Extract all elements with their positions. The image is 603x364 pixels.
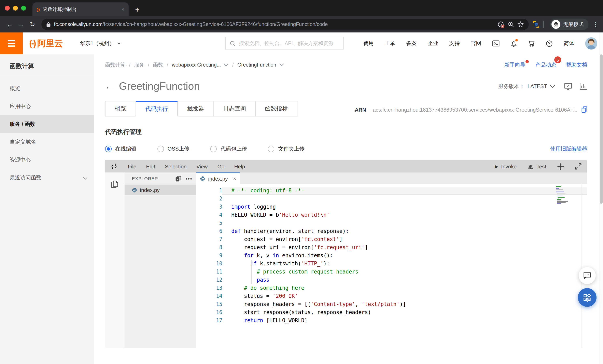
browser-tab[interactable]: (-) 函数计算控制台 × [33, 2, 129, 16]
sidebar-item-recent-functions[interactable]: 最近访问函数 [0, 169, 94, 187]
tab-metrics[interactable]: 函数指标 [255, 101, 297, 117]
menu-view[interactable]: View [197, 163, 208, 169]
invoke-button[interactable]: ▶ Invoke [495, 163, 517, 169]
code-line[interactable]: 2 [197, 195, 587, 203]
move-icon[interactable] [557, 163, 564, 170]
minimize-window-button[interactable] [13, 6, 18, 11]
breadcrumb-service-name[interactable]: webapixxx-Greeting... [172, 62, 221, 68]
code-line[interactable]: 6def handler(environ, start_response): [197, 227, 587, 235]
breadcrumb-service[interactable]: 服务 [134, 61, 144, 68]
radio-selected-icon[interactable] [105, 146, 112, 152]
bar-chart-icon[interactable] [580, 82, 587, 90]
code-line[interactable]: 17 return [HELLO_WORLD] [197, 317, 587, 325]
copy-icon[interactable] [581, 106, 587, 113]
aliyun-logo[interactable]: (-) 阿里云 [29, 38, 63, 49]
menu-help[interactable]: Help [234, 163, 245, 169]
extension-icon[interactable]: R [532, 20, 540, 28]
more-icon[interactable]: ••• [186, 176, 192, 181]
cloudshell-icon[interactable] [492, 40, 499, 47]
chevron-down-icon[interactable] [224, 63, 229, 67]
help-docs-link[interactable]: 帮助文档 [566, 61, 587, 69]
option-package-upload[interactable]: 代码包上传 [210, 145, 247, 153]
breadcrumb-function[interactable]: 函数 [153, 61, 163, 68]
code-line[interactable]: 8 request_uri = environ['fc.request_uri'… [197, 244, 587, 252]
reload-icon[interactable]: ↻ [27, 21, 38, 28]
file-item-indexpy[interactable]: index.py [125, 185, 197, 195]
monitor-check-icon[interactable] [564, 82, 572, 90]
tab-code[interactable]: 代码执行 [136, 101, 178, 117]
radio-icon[interactable] [210, 146, 217, 152]
beginner-guide-link[interactable]: 新手向导 [504, 61, 525, 69]
code-line[interactable]: 10 if k.startswith('HTTP_'): [197, 260, 587, 268]
sidebar-item-overview[interactable]: 概览 [0, 80, 94, 97]
menu-edit[interactable]: Edit [146, 163, 155, 169]
cart-icon[interactable] [528, 40, 535, 47]
app-launcher-button[interactable] [578, 288, 596, 307]
back-icon[interactable]: ← [4, 21, 15, 28]
collapse-folders-icon[interactable] [175, 176, 182, 182]
code-area[interactable]: 1# -*- coding: utf-8 -*-23import logging… [197, 184, 587, 348]
sidebar-item-services-functions[interactable]: 服务 / 函数 [0, 115, 94, 133]
menu-selection[interactable]: Selection [165, 163, 187, 169]
menu-go[interactable]: Go [218, 163, 225, 169]
nav-enterprise[interactable]: 企业 [428, 40, 438, 47]
breadcrumb-function-name[interactable]: GreetingFunction [237, 62, 276, 68]
close-tab-icon[interactable]: × [233, 176, 236, 182]
service-version-selector[interactable]: 服务版本： LATEST [498, 82, 555, 90]
code-line[interactable]: 9 for k, v in environ.items(): [197, 252, 587, 260]
code-line[interactable]: 12 pass [197, 276, 587, 284]
code-line[interactable]: 7 context = environ['fc.context'] [197, 235, 587, 244]
minimap[interactable] [556, 186, 580, 204]
test-button[interactable]: Test [528, 163, 546, 169]
code-line[interactable]: 11 # process custom request headers [197, 268, 587, 276]
code-line[interactable]: 15 response_headers = [('Content-type', … [197, 300, 587, 308]
nav-support[interactable]: 支持 [449, 40, 460, 47]
nav-tickets[interactable]: 工单 [385, 40, 395, 47]
menu-file[interactable]: File [128, 163, 136, 169]
files-icon[interactable] [110, 179, 119, 189]
tab-overview[interactable]: 概览 [105, 101, 136, 117]
maximize-window-button[interactable] [21, 6, 26, 11]
scrollbar-thumb[interactable] [600, 54, 603, 204]
editor-tab-indexpy[interactable]: index.py × [197, 173, 240, 184]
nav-icp[interactable]: 备案 [406, 40, 417, 47]
bookmark-star-icon[interactable] [517, 21, 524, 28]
nav-site[interactable]: 官网 [471, 40, 481, 47]
legacy-editor-link[interactable]: 使用旧版编辑器 [550, 145, 587, 153]
region-selector[interactable]: 华东1（杭州） [80, 40, 120, 47]
code-line[interactable]: 13 # do something here [197, 284, 587, 292]
browser-menu-icon[interactable]: ⋮ [592, 21, 599, 28]
avatar[interactable] [585, 37, 597, 49]
tab-triggers[interactable]: 触发器 [177, 101, 214, 117]
code-line[interactable]: 5 [197, 219, 587, 227]
sidebar-item-custom-domains[interactable]: 自定义域名 [0, 133, 94, 151]
page-scrollbar[interactable] [599, 33, 603, 364]
forward-icon[interactable]: → [15, 21, 27, 28]
close-window-button[interactable] [5, 6, 10, 11]
option-folder-upload[interactable]: 文件夹上传 [268, 145, 304, 153]
code-line[interactable]: 16 start_response(status, response_heade… [197, 308, 587, 317]
feedback-chat-button[interactable] [579, 267, 596, 284]
option-online-edit[interactable]: 在线编辑 [105, 145, 136, 153]
radio-icon[interactable] [268, 146, 275, 152]
window-controls[interactable] [5, 6, 26, 11]
option-oss-upload[interactable]: OSS上传 [157, 145, 189, 153]
code-line[interactable]: 4HELLO_WORLD = b'Hello world!\n' [197, 211, 587, 219]
global-search-input[interactable]: 搜索文档、控制台、API、解决方案和资源 [225, 37, 344, 50]
close-tab-icon[interactable]: × [121, 7, 125, 12]
new-tab-button[interactable]: + [135, 6, 139, 13]
products-menu-button[interactable] [0, 33, 23, 54]
address-bar[interactable]: fc.console.aliyun.com/fc/service/cn-hang… [41, 19, 529, 30]
code-line[interactable]: 14 status = '200 OK' [197, 292, 587, 300]
back-arrow-icon[interactable]: ← [105, 82, 114, 91]
nav-billing[interactable]: 费用 [363, 40, 374, 47]
product-news-link[interactable]: 产品动态5 [535, 61, 556, 69]
url-text[interactable]: fc.console.aliyun.com/fc/service/cn-hang… [54, 22, 494, 27]
chevron-down-icon[interactable] [279, 63, 284, 67]
cookie-blocked-icon[interactable] [498, 21, 504, 28]
breadcrumb-fc[interactable]: 函数计算 [105, 61, 125, 68]
notifications-bell-icon[interactable] [510, 40, 517, 47]
sidebar-item-app-center[interactable]: 应用中心 [0, 97, 94, 115]
language-toggle[interactable]: 简体 [564, 40, 574, 47]
sidebar-item-resource-center[interactable]: 资源中心 [0, 151, 94, 169]
